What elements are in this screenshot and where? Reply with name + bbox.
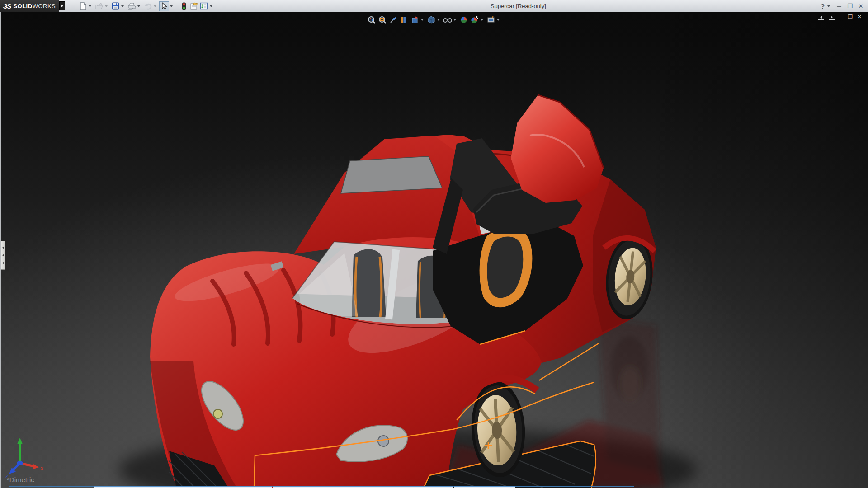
sunroof-panel [341, 156, 442, 193]
undo-button[interactable] [143, 1, 153, 11]
open-folder-icon [95, 3, 104, 10]
section-view-icon [400, 15, 409, 24]
display-style-caret-icon[interactable] [437, 19, 440, 21]
expand-pane-right-button[interactable] [829, 14, 835, 20]
background-window-edge [273, 486, 453, 488]
save-button[interactable] [110, 1, 120, 11]
pane-left-icon [820, 16, 822, 19]
document-close-button[interactable]: ✕ [857, 14, 862, 20]
hide-show-items-icon [443, 15, 453, 24]
open-document-button[interactable] [94, 1, 104, 11]
display-style-button[interactable] [426, 14, 437, 25]
save-floppy-icon [112, 2, 119, 10]
zoom-to-fit-icon [367, 15, 376, 24]
zoom-to-area-icon [378, 15, 387, 24]
display-style-icon [427, 15, 436, 24]
view-settings-caret-icon[interactable] [497, 19, 500, 21]
window-minimize-button[interactable]: ─ [835, 3, 844, 9]
view-settings-button[interactable] [486, 14, 496, 25]
brand-text: SOLIDWORKS [13, 3, 56, 9]
menu-flyout-button[interactable] [59, 1, 65, 10]
new-document-button[interactable] [78, 1, 88, 11]
document-window-controls: ─ ❐ ✕ [818, 14, 862, 20]
zoom-to-fit-button[interactable] [366, 14, 377, 25]
y-axis-arrow [17, 438, 23, 444]
car-3d-model[interactable] [1, 0, 868, 488]
zoom-to-area-button[interactable] [377, 14, 388, 25]
feature-manager-collapsed-tab[interactable] [1, 241, 5, 270]
rebuild-traffic-light-icon [182, 2, 186, 10]
options-checklist-icon [200, 2, 208, 10]
collapse-arrow-icon [2, 262, 4, 264]
solidworks-window: ─ ❐ ✕ x z *Dimetric [0, 0, 868, 488]
dropdown-caret-icon[interactable] [121, 5, 124, 7]
undo-arrow-icon [144, 3, 152, 10]
select-cursor-icon [161, 2, 168, 10]
apply-scene-icon [470, 15, 479, 24]
background-window-edge [94, 486, 272, 488]
dropdown-caret-icon[interactable] [89, 5, 91, 7]
flyout-arrow-icon [61, 4, 63, 8]
x-axis-arrow [33, 464, 39, 469]
collapse-arrow-icon [2, 246, 4, 249]
new-document-icon [79, 2, 87, 10]
printer-icon [127, 2, 136, 10]
background-window-edge [454, 486, 515, 488]
section-view-button[interactable] [399, 14, 410, 25]
dropdown-caret-icon[interactable] [210, 5, 212, 7]
apply-scene-caret-icon[interactable] [481, 19, 483, 21]
apply-scene-button[interactable] [469, 14, 480, 25]
reference-triad: x z [5, 436, 54, 479]
collapse-arrow-icon [2, 254, 4, 257]
view-settings-icon [486, 15, 495, 24]
document-minimize-button[interactable]: ─ [840, 14, 844, 20]
graphics-viewport[interactable]: ─ ❐ ✕ x z *Dimetric [0, 12, 868, 488]
view-orientation-button[interactable] [410, 14, 420, 25]
help-button[interactable]: ? [821, 3, 825, 10]
select-tool-button[interactable] [159, 1, 169, 11]
rebuild-button[interactable] [179, 1, 189, 11]
previous-view-icon [389, 15, 398, 24]
file-properties-icon [190, 2, 198, 10]
edit-appearance-button[interactable] [458, 14, 469, 25]
options-button[interactable] [199, 1, 209, 11]
window-close-button[interactable]: ✕ [856, 3, 865, 9]
heads-up-view-toolbar [366, 14, 502, 25]
file-properties-button[interactable] [189, 1, 199, 11]
dropdown-caret-icon[interactable] [105, 5, 108, 7]
dropdown-caret-icon[interactable] [137, 5, 140, 7]
document-restore-button[interactable]: ❐ [848, 14, 853, 20]
dropdown-caret-icon[interactable] [170, 5, 173, 7]
pane-right-icon [831, 16, 833, 19]
solidworks-logo: ЗS SOLIDWORKS [0, 0, 59, 12]
view-orientation-icon [410, 15, 420, 24]
window-controls: ? ─ ❐ ✕ [821, 1, 865, 11]
standard-toolbar [78, 1, 215, 11]
print-button[interactable] [127, 1, 137, 11]
document-title: Supercar [Read-only] [491, 3, 546, 9]
collapse-pane-left-button[interactable] [818, 14, 824, 20]
title-bar: ЗS SOLIDWORKS [0, 0, 868, 12]
previous-view-button[interactable] [388, 14, 399, 25]
hide-show-items-caret-icon[interactable] [453, 19, 456, 21]
window-restore-button[interactable]: ❐ [845, 3, 854, 9]
view-orientation-label: *Dimetric [7, 476, 34, 483]
hide-show-items-button[interactable] [442, 14, 453, 25]
view-orientation-caret-icon[interactable] [421, 19, 424, 21]
dassault-3ds-logo-icon: ЗS [3, 2, 11, 10]
x-axis-label: x [41, 465, 43, 472]
edit-appearance-icon [459, 15, 468, 24]
dropdown-caret-icon[interactable] [154, 5, 156, 7]
help-caret-icon[interactable] [827, 5, 830, 7]
